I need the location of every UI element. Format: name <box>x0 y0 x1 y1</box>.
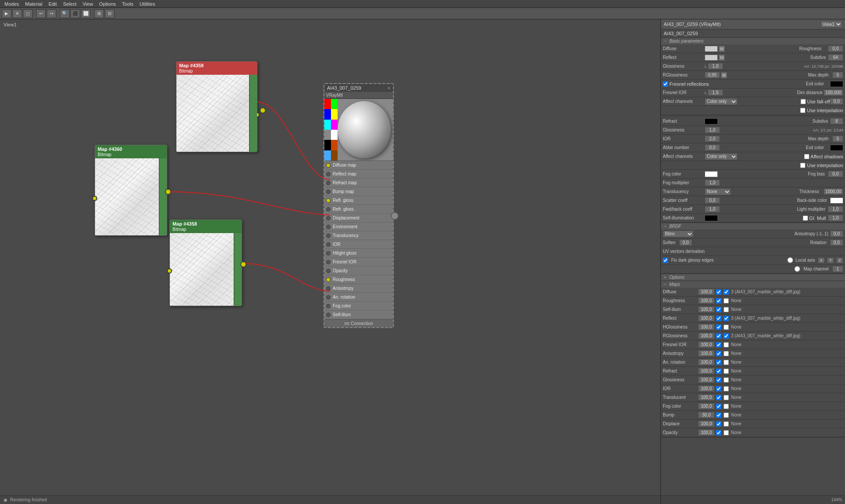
basic-params-header[interactable]: − Basic parameters <box>661 38 845 44</box>
map-check1-5[interactable] <box>716 333 721 339</box>
vray-slot-reflgloss[interactable]: Refl. gloss. <box>324 196 393 205</box>
map-check1-11[interactable] <box>716 386 721 391</box>
map-check1-6[interactable] <box>716 342 721 347</box>
map-check1-8[interactable] <box>716 360 721 365</box>
map-value-2[interactable] <box>698 306 715 313</box>
map-value-1[interactable] <box>698 297 715 304</box>
refract-gloss-value[interactable] <box>705 127 720 133</box>
toolbar-btn-1[interactable]: ▶ <box>2 9 11 18</box>
map-check2-7[interactable] <box>724 351 729 356</box>
abbe-value[interactable] <box>705 144 720 151</box>
node4358-output[interactable] <box>167 268 172 274</box>
diffuse-m-btn[interactable]: M <box>719 46 725 52</box>
map-value-9[interactable] <box>698 368 715 374</box>
viewport[interactable]: View1 Map #4359 Bitmap <box>0 19 660 504</box>
map-value-15[interactable] <box>698 420 715 427</box>
map-value-3[interactable] <box>698 315 715 321</box>
affect-channels-select[interactable]: Color only <box>705 98 738 105</box>
map-check1-9[interactable] <box>716 369 721 374</box>
map-check2-9[interactable] <box>724 369 729 374</box>
map-value-4[interactable] <box>698 324 715 330</box>
toolbar-btn-8[interactable]: ⬜ <box>81 9 91 18</box>
menu-utilities[interactable]: Utilities <box>137 0 158 8</box>
map-check1-10[interactable] <box>716 377 721 383</box>
fresnel-checkbox[interactable] <box>663 81 668 87</box>
subdivs-value[interactable] <box>828 54 843 61</box>
vray-slot-anrotation[interactable]: An. rotation <box>324 293 393 302</box>
view-select[interactable]: View1 <box>820 21 842 28</box>
rotation-value[interactable] <box>830 239 843 246</box>
menu-options[interactable]: Options <box>96 0 118 8</box>
vray-mr-connection[interactable]: mr Connection <box>324 319 393 327</box>
vray-slot-environment[interactable]: Environment <box>324 223 393 231</box>
vray-slot-roughness[interactable]: Roughness <box>324 275 393 284</box>
axis-x-btn[interactable]: X <box>818 257 825 263</box>
toolbar-btn-6[interactable]: 🔍 <box>60 9 70 18</box>
diffuse-color[interactable] <box>705 46 718 52</box>
vray-slot-reflect[interactable]: Reflect map <box>324 170 393 179</box>
map-value-0[interactable] <box>698 289 715 295</box>
vray-slot-bump[interactable]: Bump map <box>324 187 393 196</box>
menu-material[interactable]: Material <box>22 0 45 8</box>
map-check2-6[interactable] <box>724 342 729 347</box>
map-check2-2[interactable] <box>724 307 729 312</box>
light-mult-value[interactable] <box>828 206 843 212</box>
toolbar-btn-4[interactable]: ↩ <box>36 9 46 18</box>
map-check1-16[interactable] <box>716 430 721 435</box>
vray-slot-selfillum[interactable]: Self-illum <box>324 310 393 319</box>
exit-color[interactable] <box>830 81 843 87</box>
affect-channels2-select[interactable]: Color only <box>705 153 738 160</box>
map-check2-1[interactable] <box>724 298 729 303</box>
self-illum-gi-check[interactable] <box>803 215 808 221</box>
use-falloff-check[interactable] <box>801 99 806 104</box>
vray-node[interactable]: AI43_007_0259 × VRayMtl <box>323 83 394 328</box>
node4360-output[interactable] <box>92 196 97 201</box>
backside-color[interactable] <box>830 197 843 204</box>
fix-dark-check[interactable] <box>663 258 668 263</box>
refract-maxdepth-value[interactable] <box>832 135 843 142</box>
rglossiness-value[interactable] <box>705 72 720 78</box>
map-channel-radio[interactable] <box>794 266 800 272</box>
toolbar-btn-10[interactable]: ⊟ <box>105 9 114 18</box>
vray-slot-refract[interactable]: Refract map <box>324 179 393 187</box>
map-check1-4[interactable] <box>716 325 721 330</box>
maxdepth-value[interactable] <box>832 72 843 78</box>
menu-modes[interactable]: Modes <box>2 0 22 8</box>
vray-slot-opacity[interactable]: Opacity <box>324 267 393 275</box>
glossiness-value[interactable] <box>708 63 723 69</box>
local-axis-radio[interactable] <box>787 257 793 263</box>
vray-slot-translucency[interactable]: Translucency <box>324 231 393 240</box>
fog-mult-value[interactable] <box>705 179 720 186</box>
map-check1-1[interactable] <box>716 298 721 303</box>
vray-slot-ior[interactable]: IOR <box>324 240 393 249</box>
options-header[interactable]: + Options <box>661 274 845 281</box>
menu-tools[interactable]: Tools <box>119 0 136 8</box>
self-illum-mult-value[interactable] <box>828 215 843 221</box>
map-value-8[interactable] <box>698 359 715 365</box>
reflect-color[interactable] <box>705 55 718 61</box>
fresnel-ior-value[interactable] <box>708 89 723 96</box>
map-check2-4[interactable] <box>724 325 729 330</box>
scatter-value[interactable] <box>705 197 720 204</box>
toolbar-btn-2[interactable]: ✕ <box>12 9 22 18</box>
exit-color2[interactable] <box>830 145 843 151</box>
use-interp2-check[interactable] <box>800 163 805 168</box>
map-channel-value[interactable] <box>832 266 843 272</box>
thickness-value[interactable] <box>823 188 843 195</box>
map-check2-11[interactable] <box>724 386 729 391</box>
map-check1-15[interactable] <box>716 421 721 427</box>
node-map4360[interactable]: Map #4360 Bitmap <box>95 145 167 236</box>
brdf-type-select[interactable]: Blinn <box>663 230 694 237</box>
map-check1-7[interactable] <box>716 351 721 356</box>
toolbar-btn-3[interactable]: ◻ <box>23 9 33 18</box>
affect-shadows-check[interactable] <box>804 154 809 159</box>
vray-slot-displacement[interactable]: Displacement <box>324 214 393 223</box>
map-check1-2[interactable] <box>716 307 721 312</box>
toolbar-btn-7[interactable]: ⬛ <box>70 9 80 18</box>
maps-header[interactable]: − Maps <box>661 281 845 288</box>
self-illum-color[interactable] <box>705 215 718 221</box>
map-check2-10[interactable] <box>724 377 729 383</box>
brdf-header[interactable]: − BRDF <box>661 223 845 230</box>
menu-select[interactable]: Select <box>60 0 79 8</box>
vray-slot-diffuse[interactable]: Diffuse map <box>324 161 393 170</box>
